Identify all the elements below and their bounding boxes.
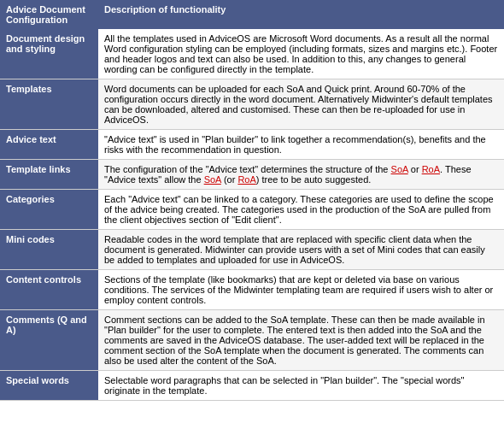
row-label: Template links xyxy=(0,160,98,190)
row-label: Categories xyxy=(0,190,98,230)
row-label: Special words xyxy=(0,371,98,401)
row-label: Advice text xyxy=(0,130,98,160)
row-description: Word documents can be uploaded for each … xyxy=(98,79,504,130)
table-row: Categories Each "Advice text" can be lin… xyxy=(0,190,504,230)
row-label: Comments (Q and A) xyxy=(0,310,98,371)
row-description: Readable codes in the word template that… xyxy=(98,230,504,270)
row-description: Sections of the template (like bookmarks… xyxy=(98,270,504,310)
row-description: All the templates used in AdviceOS are M… xyxy=(98,29,504,79)
row-label: Document design and styling xyxy=(0,29,98,79)
table-row: Advice text "Advice text" is used in "Pl… xyxy=(0,130,504,160)
table-row: Special words Selectable word paragraphs… xyxy=(0,371,504,401)
table-row: Document design and styling All the temp… xyxy=(0,29,504,79)
row-description: The configuration of the "Advice text" d… xyxy=(98,160,504,190)
table-row: Comments (Q and A) Comment sections can … xyxy=(0,310,504,371)
row-description: Each "Advice text" can be linked to a ca… xyxy=(98,190,504,230)
row-description: Selectable word paragraphs that can be s… xyxy=(98,371,504,401)
table-row: Templates Word documents can be uploaded… xyxy=(0,79,504,130)
col-header-config: Advice Document Configuration xyxy=(0,0,98,29)
row-description: Comment sections can be added to the SoA… xyxy=(98,310,504,371)
row-label: Templates xyxy=(0,79,98,130)
table-row: Template links The configuration of the … xyxy=(0,160,504,190)
col-header-description: Description of functionality xyxy=(98,0,504,29)
row-label: Mini codes xyxy=(0,230,98,270)
row-description: "Advice text" is used in "Plan builder" … xyxy=(98,130,504,160)
table-row: Mini codes Readable codes in the word te… xyxy=(0,230,504,270)
row-label: Content controls xyxy=(0,270,98,310)
table-row: Content controls Sections of the templat… xyxy=(0,270,504,310)
